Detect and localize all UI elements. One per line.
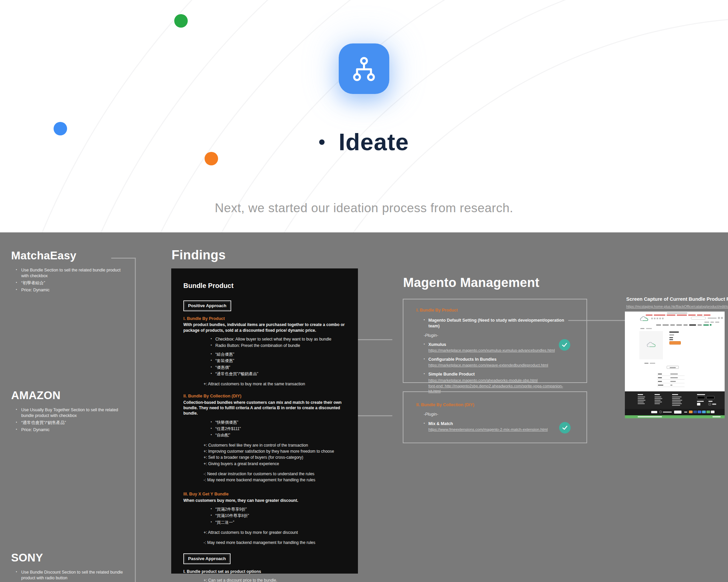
bullet-item: Radio Button: Preset the combination of … [215,343,346,348]
passive-approach-label: Passive Approach [183,553,231,564]
quote-item: “買二送一” [215,520,346,525]
note-amazon: AMAZON Use Usually Buy Together Section … [11,389,132,434]
page-title: Ideate [339,129,409,156]
note-bullet: Use Bundle Discount Section to sell the … [16,570,127,581]
positive-approach-label: Positive Approach [183,300,231,311]
note-sony: SONY Use Bundle Discount Section to sell… [11,551,132,582]
quote-item: “套裝優惠” [215,358,346,363]
check-badge [559,339,570,351]
orbit-arc [0,0,728,232]
section-heading-orange: II. Bundle By Collection (DIY) [416,402,574,408]
con-item: -: May need more backend management for … [204,477,346,483]
top-utility-bar [667,312,687,313]
quote-item: “任選2件$111” [215,426,346,432]
note-title: AMAZON [11,389,132,402]
pro-item: +: Attract customers to buy more for gre… [204,530,346,535]
panel-title: Bundle Product [183,281,346,290]
plugin-name: Mix & Match [428,421,453,426]
quote-item: “自由配” [215,433,346,438]
note-bullet: “通常也會買”/“銷售產品” [16,420,127,426]
search-input[interactable] [691,316,706,320]
plugin-link[interactable]: https://marketplace.magento.com/ewave-ex… [428,363,574,368]
magento-heading: Magento Management [403,276,539,290]
check-badge [559,422,571,434]
playstore-badge [706,396,714,399]
check-icon [562,342,568,348]
section-heading-orange: I. Bundle By Product [416,307,574,313]
section-heading-orange: I. Bundle By Product [183,316,346,322]
plugin-item-xumulus: Xumulus https://marketplace.magento.com/… [424,342,574,353]
bullet-list: Checkbox: Allow buyer to select what the… [183,336,346,348]
check-icon [562,425,568,431]
footer [625,391,725,409]
quote-item: “組合優惠” [215,352,346,357]
hierarchy-icon [349,54,379,83]
quote-list: “快樂價優惠” “任選2件$111” “自由配” [183,420,346,438]
pros-list: +: Attract customers to buy more at the … [183,381,346,387]
quote-list: “組合優惠” “套裝優惠” “優惠價” “通常也會買”/“暢銷產品” [183,352,346,377]
payment-icon [706,411,710,413]
section-heading-orange: III. Buy X Get Y Bundle [183,491,346,497]
note-title: SONY [11,551,132,564]
add-to-cart-button[interactable] [669,341,681,344]
ideate-step-icon [339,44,389,94]
screen-capture-heading: Screen Capture of Current Bundle Product… [626,296,728,302]
payment-icon [698,411,701,413]
section-subtitle: Next, we started our ideation process fr… [0,201,728,215]
plugin-name: Configurable Products In Bundles [428,357,496,362]
plugin-label: -Plugin- [424,412,574,417]
section-title-row: Ideate [0,129,728,156]
pro-item: +: Can set a discount price to the bundl… [204,578,346,582]
note-bullet: Use Bundle Section to sell the related b… [16,268,127,279]
section-heading-orange: II. Bundle By Collection (DIY) [183,393,346,399]
payment-icon [689,411,693,413]
title-bullet-dot [319,139,324,145]
pros-cons-list: +: Customers feel like they are in contr… [183,443,346,483]
store-logo-cloud [640,316,648,322]
pros-list: +: Attract customers to buy more for gre… [183,530,346,545]
magento-box-bundle-by-collection: II. Bundle By Collection (DIY) -Plugin- … [403,391,587,443]
bullet-item: Checkbox: Allow buyer to select what the… [215,336,346,342]
footer-copyright-bar [625,415,725,418]
payment-icon [702,411,706,413]
pro-item: +: Attract customers to buy more at the … [204,381,346,387]
pro-item: +: Improving customer satisfaction by th… [204,449,346,454]
payment-icon [711,411,714,413]
product-image-placeholder [639,331,663,359]
note-title: MatchaEasy [11,249,132,262]
pros-cons-list: +: Can set a discount price to the bundl… [183,578,346,582]
note-bullet: Price: Dynamic [16,287,127,293]
magento-default-setting: Magento Default Setting (Need to study w… [424,317,574,329]
quote-item: “快樂價優惠” [215,420,346,425]
quote-item: “通常也會買”/“暢銷產品” [215,371,346,377]
plugin-item-mix-match: Mix & Match https://www.fmeextensions.co… [424,421,574,432]
page: Ideate Next, we started our ideation pro… [0,0,728,582]
plugin-link[interactable]: https://www.fmeextensions.com/magento-2-… [428,427,574,432]
quote-list: “買滿2件尊享9折” “買滿10件尊享8折” “買二送一” [183,506,346,525]
note-bullets: Use Usually Buy Together Section to sell… [16,407,127,433]
plugin-link[interactable]: https://marketplace.magento.com/aheadwor… [428,378,574,383]
plugin-item-simple-bundle: Simple Bundle Product https://marketplac… [424,371,574,393]
storefront-screenshot-thumbnail[interactable] [625,311,725,418]
note-bullet: Use Usually Buy Together Section to sell… [16,407,127,419]
section-desc: Collection-based bundles where customers… [183,400,346,416]
plugin-link[interactable]: https://marketplace.magento.com/xumulus-… [428,348,574,353]
note-bullet: “初學者組合” [16,280,127,286]
screen-capture-url[interactable]: https://mcstaging.home-plus.hk/BackOffic… [626,304,728,308]
secondary-button[interactable] [667,366,679,369]
section-desc: When customers buy more, they can have g… [183,498,346,503]
search-label [708,317,717,318]
section-desc: With product bundles, individual items a… [183,322,346,333]
payment-icon [693,411,697,413]
note-bullets: Use Bundle Section to sell the related b… [16,268,127,293]
footer-bottom-strip [625,409,725,415]
pro-item: +: Sell to a broader range of buyers (fo… [204,455,346,460]
quote-item: “優惠價” [215,365,346,370]
note-matchaeasy: MatchaEasy Use Bundle Section to sell th… [11,249,132,294]
plugin-label: -Plugin- [424,333,574,338]
quote-item: “買滿2件尊享9折” [215,506,346,512]
note-bullets: Use Bundle Discount Section to sell the … [16,570,127,581]
plugin-item-configurable: Configurable Products In Bundles https:/… [424,357,574,368]
plugin-name: Xumulus [428,342,446,347]
magento-box-bundle-by-product: I. Bundle By Product Magento Default Set… [403,299,587,383]
